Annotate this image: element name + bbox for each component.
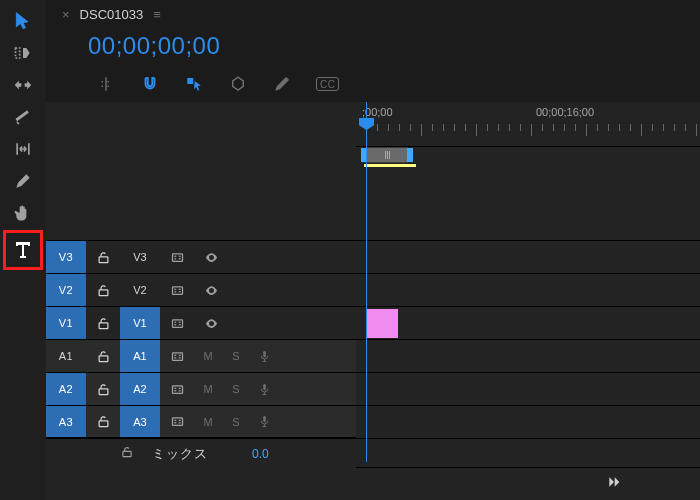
work-area-out[interactable]: [407, 148, 413, 162]
track-row[interactable]: [356, 240, 700, 273]
mute-button[interactable]: M: [194, 406, 222, 437]
lock-icon[interactable]: [86, 340, 120, 372]
hand-tool[interactable]: [7, 198, 39, 228]
svg-rect-0: [16, 48, 20, 58]
settings-icon[interactable]: [272, 74, 292, 94]
track-toggle[interactable]: V1: [46, 307, 86, 339]
slip-tool[interactable]: [7, 134, 39, 164]
eye-icon[interactable]: [194, 241, 228, 273]
snap-icon[interactable]: [140, 74, 160, 94]
svg-rect-35: [178, 390, 180, 391]
track-name[interactable]: V2: [120, 274, 160, 306]
track-header-area: V3V3V2V2V1V1A1A1MSA2A2MSA3A3MS ミックス 0.0: [46, 102, 356, 500]
marker-icon[interactable]: [228, 74, 248, 94]
track-name[interactable]: A3: [120, 406, 160, 437]
solo-button[interactable]: S: [222, 340, 250, 372]
selection-tool[interactable]: [7, 6, 39, 36]
mute-button[interactable]: M: [194, 340, 222, 372]
playhead[interactable]: [366, 102, 367, 462]
svg-rect-34: [174, 390, 176, 391]
track-row[interactable]: [356, 339, 700, 372]
insert-sequence-icon[interactable]: [96, 74, 116, 94]
mute-button[interactable]: M: [194, 373, 222, 405]
solo-button[interactable]: S: [222, 373, 250, 405]
eye-icon[interactable]: [194, 307, 228, 339]
lock-icon[interactable]: [86, 274, 120, 306]
mic-icon[interactable]: [250, 340, 278, 372]
solo-button[interactable]: S: [222, 406, 250, 437]
track-row[interactable]: [356, 405, 700, 438]
track-row[interactable]: [356, 372, 700, 405]
lock-icon[interactable]: [86, 241, 120, 273]
mic-icon[interactable]: [250, 373, 278, 405]
lock-icon[interactable]: [86, 307, 120, 339]
master-row[interactable]: [356, 438, 700, 468]
svg-rect-32: [174, 387, 176, 388]
video-track-header: V1V1: [46, 306, 356, 339]
lock-icon[interactable]: [86, 406, 120, 437]
track-name[interactable]: A1: [120, 340, 160, 372]
track-toggle[interactable]: A1: [46, 340, 86, 372]
playhead-timecode[interactable]: 00;00;00;00: [88, 32, 220, 59]
svg-rect-17: [99, 322, 108, 328]
audio-track-header: A2A2MS: [46, 372, 356, 405]
ripple-edit-tool[interactable]: [7, 70, 39, 100]
eye-icon[interactable]: [194, 274, 228, 306]
svg-rect-26: [178, 354, 180, 355]
svg-rect-31: [172, 385, 182, 393]
svg-rect-33: [178, 387, 180, 388]
svg-rect-43: [263, 416, 266, 422]
svg-rect-40: [178, 420, 180, 421]
video-clip[interactable]: [366, 309, 398, 338]
svg-rect-5: [99, 256, 108, 262]
svg-rect-25: [174, 354, 176, 355]
svg-rect-27: [174, 357, 176, 358]
work-area-bar[interactable]: [366, 147, 408, 163]
svg-rect-37: [99, 421, 108, 427]
captions-icon[interactable]: CC: [316, 77, 339, 91]
svg-rect-4: [187, 78, 193, 84]
svg-rect-28: [178, 357, 180, 358]
track-toggle[interactable]: A2: [46, 373, 86, 405]
close-icon[interactable]: ×: [62, 7, 70, 22]
audio-track-header: A3A3MS: [46, 405, 356, 438]
panel-menu-icon[interactable]: ≡: [153, 7, 161, 22]
linked-selection-icon[interactable]: [184, 74, 204, 94]
pen-tool[interactable]: [7, 166, 39, 196]
mic-icon[interactable]: [250, 406, 278, 437]
track-toggle[interactable]: V3: [46, 241, 86, 273]
track-row[interactable]: [356, 273, 700, 306]
track-toggle[interactable]: A3: [46, 406, 86, 437]
sequence-title[interactable]: DSC01033: [80, 7, 144, 22]
lock-icon[interactable]: [86, 373, 120, 405]
track-row[interactable]: [356, 306, 700, 339]
time-ruler[interactable]: ;00;0000;00;16;0000;00;3: [356, 102, 700, 147]
type-tool[interactable]: [3, 230, 43, 270]
sync-lock-icon[interactable]: [160, 307, 194, 339]
svg-rect-42: [178, 422, 180, 423]
track-name[interactable]: V3: [120, 241, 160, 273]
svg-rect-30: [99, 388, 108, 394]
razor-tool[interactable]: [7, 102, 39, 132]
timeline-content: ;00;0000;00;16;0000;00;3: [356, 102, 700, 500]
svg-rect-22: [178, 324, 180, 325]
master-label: ミックス: [152, 445, 208, 463]
jump-to-end-icon[interactable]: [606, 474, 622, 494]
track-name[interactable]: V1: [120, 307, 160, 339]
sync-lock-icon[interactable]: [160, 340, 194, 372]
sync-lock-icon[interactable]: [160, 406, 194, 437]
track-toggle[interactable]: V2: [46, 274, 86, 306]
track-name[interactable]: A2: [120, 373, 160, 405]
master-value[interactable]: 0.0: [252, 447, 269, 461]
video-track-header: V3V3: [46, 240, 356, 273]
track-select-forward-tool[interactable]: [7, 38, 39, 68]
ruler-label: 00;00;16;00: [536, 106, 594, 118]
svg-rect-7: [174, 255, 176, 256]
sync-lock-icon[interactable]: [160, 241, 194, 273]
lock-icon[interactable]: [120, 445, 134, 463]
sync-lock-icon[interactable]: [160, 373, 194, 405]
svg-rect-29: [263, 350, 266, 356]
svg-rect-24: [172, 352, 182, 360]
svg-rect-36: [263, 383, 266, 389]
sync-lock-icon[interactable]: [160, 274, 194, 306]
